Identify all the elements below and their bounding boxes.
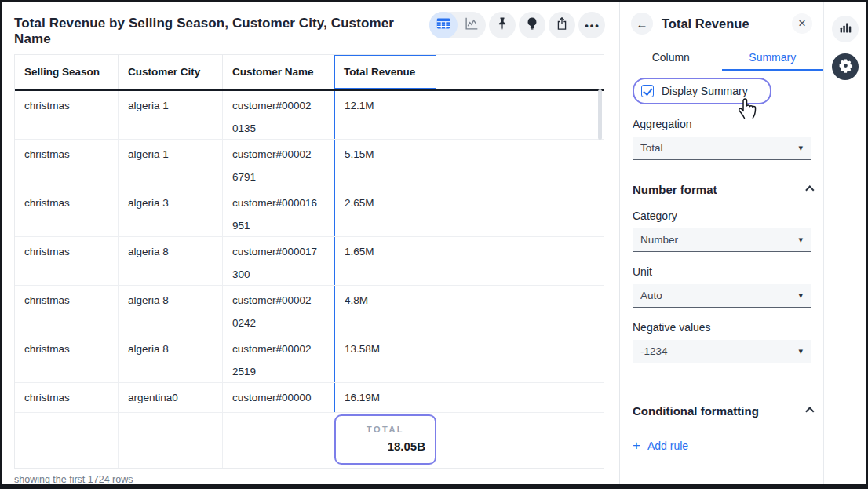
aggregation-dropdown[interactable]: Total ▾ (633, 137, 811, 160)
table-icon (435, 15, 452, 35)
negative-values-value: -1234 (640, 345, 668, 357)
cell-revenue: 4.8M (334, 286, 436, 334)
column-header-customer-name[interactable]: Customer Name (223, 55, 334, 89)
cell-customer: customer#000016951 (223, 188, 334, 237)
insights-button[interactable] (519, 12, 545, 38)
row-count-note: showing the first 1724 rows (14, 474, 133, 485)
cell-empty (436, 140, 604, 188)
cell-customer: customer#000022519 (223, 334, 334, 383)
add-rule-button[interactable]: + Add rule (633, 438, 688, 454)
cell-revenue: 12.1M (334, 91, 436, 140)
cell-revenue: 16.19M (334, 383, 436, 413)
more-options-button[interactable]: ••• (578, 12, 605, 38)
table-row[interactable]: christmas algeria 8 customer#000017300 1… (15, 237, 604, 286)
column-header-selling-season[interactable]: Selling Season (15, 55, 119, 89)
table-row[interactable]: christmas algeria 1 customer#000020135 1… (15, 91, 604, 140)
summary-cell-empty (119, 413, 223, 468)
summary-row: TOTAL 18.05B (15, 413, 604, 468)
table-header-row: Selling Season Customer City Customer Na… (15, 55, 604, 91)
ellipsis-icon: ••• (583, 20, 600, 31)
column-header-total-revenue[interactable]: Total Revenue (334, 55, 436, 89)
close-icon: × (798, 16, 806, 31)
cell-revenue: 1.65M (334, 237, 436, 286)
cell-customer: customer#000017300 (223, 237, 334, 286)
share-button[interactable] (549, 12, 575, 38)
cell-season: christmas (15, 383, 119, 413)
cell-city: algeria 1 (119, 140, 223, 188)
cell-season: christmas (15, 334, 119, 383)
back-arrow-icon: ← (636, 17, 648, 31)
number-format-section-header[interactable]: Number format (633, 183, 811, 196)
total-label: TOTAL (336, 425, 435, 434)
total-summary-box[interactable]: TOTAL 18.05B (334, 414, 436, 465)
unit-label: Unit (633, 265, 811, 278)
unit-dropdown[interactable]: Auto ▾ (633, 284, 811, 308)
panel-title: Total Revenue (662, 16, 783, 31)
view-switcher (429, 12, 486, 38)
total-value: 18.05B (336, 440, 435, 453)
chart-config-button[interactable] (832, 16, 859, 42)
cell-city: algeria 8 (119, 237, 223, 286)
column-header-customer-city[interactable]: Customer City (119, 55, 223, 89)
tab-summary[interactable]: Summary (722, 45, 824, 71)
column-header-empty (436, 55, 604, 89)
negative-values-dropdown[interactable]: -1234 ▾ (633, 340, 811, 363)
cell-city: algeria 8 (119, 334, 223, 383)
chart-view-button[interactable] (458, 12, 486, 38)
panel-header: ← Total Revenue × (620, 2, 823, 35)
display-summary-highlight: Display Summary (633, 78, 771, 104)
cell-customer: customer#000020242 (223, 286, 334, 334)
gear-icon (838, 58, 853, 76)
display-summary-checkbox[interactable] (641, 85, 654, 97)
unit-value: Auto (640, 290, 662, 301)
conditional-formatting-title: Conditional formatting (633, 404, 759, 418)
cell-season: christmas (15, 91, 119, 140)
cell-city: algeria 3 (119, 188, 223, 237)
hand-cursor-icon (735, 95, 760, 123)
table-row[interactable]: christmas algeria 8 customer#000022519 1… (15, 334, 604, 383)
chevron-up-icon (805, 407, 814, 415)
aggregation-value: Total (640, 142, 663, 154)
chevron-up-icon (805, 185, 814, 194)
close-panel-button[interactable]: × (792, 13, 812, 34)
number-format-title: Number format (633, 183, 717, 196)
chevron-down-icon: ▾ (798, 346, 803, 356)
cell-empty (436, 188, 604, 237)
cell-empty (436, 91, 604, 140)
cell-city: algeria 1 (119, 91, 223, 140)
cell-empty (436, 334, 604, 383)
cell-revenue: 5.15M (334, 140, 436, 188)
pin-button[interactable] (489, 12, 516, 38)
table-scrollbar[interactable] (598, 89, 602, 140)
summary-cell-empty (15, 413, 119, 468)
cell-city: algeria 8 (119, 286, 223, 334)
chevron-down-icon: ▾ (798, 235, 803, 245)
panel-body: Display Summary Aggregation Total ▾ Numb… (620, 71, 823, 454)
table-row[interactable]: christmas algeria 8 customer#000020242 4… (15, 286, 604, 334)
pin-icon (494, 16, 510, 35)
chevron-down-icon: ▾ (798, 290, 803, 301)
category-label: Category (633, 210, 811, 222)
cell-season: christmas (15, 286, 119, 334)
table-row[interactable]: christmas argentina0 customer#00000 16.1… (15, 383, 604, 413)
conditional-formatting-section-header[interactable]: Conditional formatting (633, 404, 811, 418)
category-dropdown[interactable]: Number ▾ (633, 228, 811, 252)
tab-column[interactable]: Column (620, 45, 722, 71)
table-row[interactable]: christmas algeria 1 customer#000026791 5… (15, 140, 604, 188)
cell-customer: customer#000020135 (223, 91, 334, 140)
summary-cell-total: TOTAL 18.05B (334, 413, 436, 468)
cell-revenue: 13.58M (334, 334, 436, 383)
settings-button[interactable] (832, 53, 859, 80)
bar-chart-icon (838, 20, 852, 38)
cell-empty (436, 286, 604, 334)
table-view-button[interactable] (429, 12, 458, 38)
cell-season: christmas (15, 237, 119, 286)
chevron-down-icon: ▾ (798, 143, 803, 153)
add-rule-label: Add rule (647, 440, 688, 452)
table-row[interactable]: christmas algeria 3 customer#000016951 2… (15, 188, 604, 237)
aggregation-label: Aggregation (633, 118, 811, 130)
back-button[interactable]: ← (631, 13, 653, 35)
cell-customer: customer#00000 (223, 383, 334, 413)
results-table: Selling Season Customer City Customer Na… (14, 54, 604, 469)
share-icon (554, 16, 570, 35)
